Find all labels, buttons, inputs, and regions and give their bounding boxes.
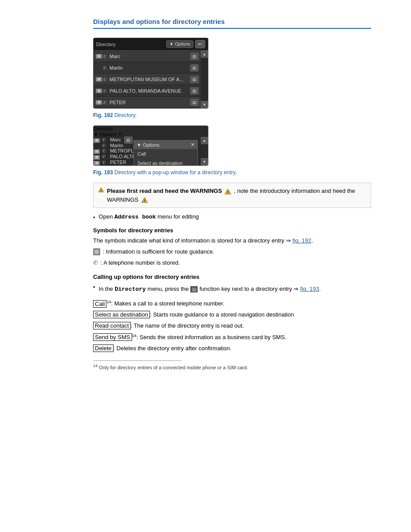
- svg-text:!: !: [144, 199, 145, 203]
- row-action-metro[interactable]: ▤: [190, 76, 199, 83]
- section1-body2: ⊞ : Information is sufficient for route …: [93, 247, 371, 257]
- directory-code: Directory: [115, 286, 146, 293]
- svg-text:!: !: [101, 189, 102, 192]
- dir-header-193: Directory ▼ Options ↩: [94, 126, 208, 137]
- row-action-peter[interactable]: ▤: [190, 99, 199, 106]
- directory-ui-192: Directory ▼ Options ↩ ⊞ ✆ Marc ▤ ✆: [93, 38, 208, 109]
- dir-header-192: Directory ▼ Options ↩: [94, 38, 208, 51]
- scroll-down-193[interactable]: ▼: [201, 158, 208, 165]
- figure-192: Directory ▼ Options ↩ ⊞ ✆ Marc ▤ ✆: [93, 38, 371, 109]
- address-book-label: Address book: [114, 214, 156, 220]
- route-icon-193-palo: ⊞: [94, 155, 100, 160]
- fig-192-caption: Fig. 192 Directory.: [93, 112, 371, 118]
- popup-overlay-193: ▼ Options ✕ Call Select as destination R…: [133, 140, 198, 166]
- item-send-sms: Send by SMS14: Sends the stored informat…: [93, 332, 371, 342]
- row-text-193-marc: Marc: [110, 137, 121, 142]
- options-btn-192[interactable]: ▼ Options: [166, 40, 193, 48]
- item-select-dest: Select as destination: Starts route guid…: [93, 310, 371, 320]
- route-icon-193-metro: ⊞: [94, 149, 100, 154]
- row-text-193-peter: PETER: [110, 160, 126, 165]
- read-contact-btn[interactable]: Read contact: [93, 322, 131, 329]
- footnote-divider: [93, 360, 182, 361]
- dir-row-metro[interactable]: ⊞ ✆ METROPLITAN MUSEUM OF A... ▤: [94, 74, 201, 85]
- options-btn-193[interactable]: ▼ Options: [94, 132, 117, 137]
- section1-body3: ✆ : A telephone number is stored.: [93, 258, 371, 268]
- section1-body2-text: : Information is sufficient for route gu…: [103, 248, 215, 255]
- bullet-section: • Open Address book menu for editing: [93, 213, 371, 221]
- route-icon: ⊞: [96, 54, 102, 59]
- warning-icon-inline-2: !: [141, 197, 148, 203]
- fig-193-link[interactable]: Directory with a pop-up window for a dir…: [114, 169, 237, 176]
- bullet-dot: •: [93, 214, 95, 221]
- section1-heading: Symbols for directory entries: [93, 227, 371, 234]
- scroll-down-192[interactable]: ▼: [201, 101, 208, 108]
- phone-icon-palo: ✆: [103, 89, 108, 93]
- warning-box: ! Please first read and heed the WARNING…: [93, 183, 371, 208]
- row-action-marlin[interactable]: ▤: [190, 64, 199, 71]
- phone-icon-193-marc: ✆: [102, 137, 107, 142]
- page-title: Displays and options for directory entri…: [93, 18, 371, 29]
- item-read-contact: Read contact: The name of the directory …: [93, 321, 371, 331]
- row-text-metro: METROPLITAN MUSEUM OF A...: [110, 77, 188, 82]
- warning-icon-left: !: [98, 187, 104, 193]
- fig193-link-inline[interactable]: fig. 193: [300, 286, 319, 292]
- call-btn[interactable]: Call: [93, 300, 106, 308]
- footnote-body: Only for directory entries of a connecte…: [99, 364, 248, 370]
- send-sms-sup: 14: [132, 333, 137, 338]
- popup-item-select-dest[interactable]: Select as destination: [134, 159, 197, 166]
- phone-icon-peter: ✆: [103, 100, 108, 105]
- fig-192-link[interactable]: Directory.: [114, 112, 137, 118]
- warning-bold-1: Please first read and heed the WARNINGS: [107, 188, 222, 194]
- route-icon-palo: ⊞: [96, 89, 102, 93]
- fig-193-caption: Fig. 193 Directory with a pop-up window …: [93, 169, 371, 176]
- scroll-up-193[interactable]: ▲: [201, 137, 208, 144]
- back-btn-192[interactable]: ↩: [195, 40, 205, 48]
- bullet-text: Open Address book menu for editing: [99, 213, 199, 220]
- section2-intro-text: In the Directory menu, press the ▤ funct…: [99, 285, 321, 294]
- dir-scrollbar-192: ▲ ▼: [201, 51, 208, 108]
- phone-icon-metro: ✆: [103, 77, 108, 82]
- function-key-icon: ▤: [190, 286, 198, 293]
- row-action-palo[interactable]: ▤: [190, 87, 199, 94]
- popup-item-call[interactable]: Call: [134, 149, 197, 159]
- fig192-link-inline[interactable]: fig. 192: [293, 237, 312, 244]
- fig-192-label: Fig. 192: [93, 112, 113, 118]
- section2-heading: Calling up options for directory entries: [93, 274, 371, 280]
- dir-row-marc[interactable]: ⊞ ✆ Marc ▤: [94, 51, 201, 62]
- dir-row-palo[interactable]: ⊞ ✆ PALO ALTO, MIRANDA AVENUE ▤: [94, 85, 201, 97]
- section2-intro-mid: menu, press the: [148, 286, 191, 292]
- back-btn-193[interactable]: ↩: [118, 131, 122, 137]
- section1-body3-text: : A telephone number is stored.: [101, 259, 180, 266]
- section2-bullet-dot: •: [93, 284, 95, 290]
- dir-rows-main: ⊞ ✆ Marc ▤ ✆ Marlin ▤ ⊞ ✆ METROPLITAN MU…: [94, 51, 201, 108]
- dir-title-193: Directory: [94, 126, 113, 131]
- delete-btn[interactable]: Delete: [93, 344, 114, 352]
- directory-ui-193: Directory ▼ Options ↩ ⊞ ✆ Marc ▤ ✆ Marli…: [93, 125, 208, 166]
- dir-header-controls-193: ▼ Options ↩: [94, 131, 208, 137]
- dir-scrollbar-193: ▲ ▼: [201, 137, 208, 165]
- route-icon-peter: ⊞: [96, 100, 102, 105]
- popup-close-btn[interactable]: ✕: [191, 142, 195, 148]
- scroll-up-192[interactable]: ▲: [201, 51, 208, 58]
- row-text-marc: Marc: [110, 54, 188, 59]
- row-text-palo: PALO ALTO, MIRANDA AVENUE: [110, 88, 188, 94]
- send-sms-btn[interactable]: Send by SMS: [93, 333, 132, 341]
- dir-row-peter[interactable]: ⊞ ✆ PETER ▤: [94, 97, 201, 108]
- row-text-peter: PETER: [110, 100, 188, 105]
- figure-193: Directory ▼ Options ↩ ⊞ ✆ Marc ▤ ✆ Marli…: [93, 125, 371, 166]
- route-icon-metro: ⊞: [96, 77, 102, 82]
- select-dest-btn[interactable]: Select as destination: [93, 311, 150, 318]
- dir-row-marlin[interactable]: ✆ Marlin ▤: [94, 62, 201, 74]
- route-icon-193-marc: ⊞: [94, 138, 100, 143]
- phone-icon-193-metro: ✆: [102, 149, 107, 153]
- row-action-marc[interactable]: ▤: [190, 53, 199, 60]
- call-sup: 14: [106, 300, 111, 304]
- route-symbol: ⊞: [93, 248, 100, 255]
- warning-icon-inline-1: !: [224, 188, 231, 195]
- phone-icon-marlin: ✆: [103, 66, 108, 70]
- bullet-text-pre: Open: [99, 213, 113, 220]
- popup-header: ▼ Options ✕: [134, 141, 197, 149]
- fig-193-label: Fig. 193: [93, 169, 113, 176]
- dir-title-192: Directory: [96, 42, 116, 47]
- row-action-193-marc[interactable]: ▤: [124, 137, 133, 144]
